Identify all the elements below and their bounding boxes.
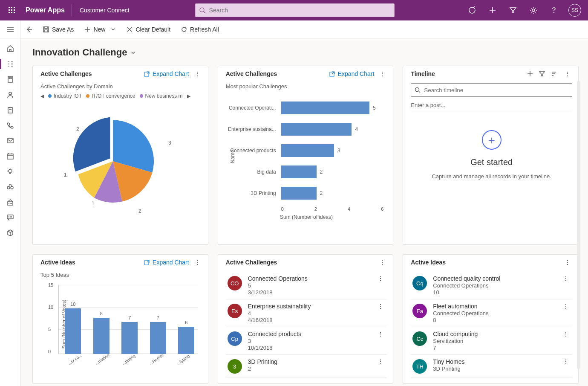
timeline-search-input[interactable]	[421, 87, 568, 93]
add-icon[interactable]	[483, 0, 502, 20]
nav-email[interactable]	[0, 133, 20, 148]
enter-post[interactable]: Enter a post...	[411, 102, 572, 112]
list-item[interactable]: CqConnected quality controlConnected Ope…	[411, 272, 572, 299]
nav-binoculars[interactable]	[0, 179, 20, 194]
svg-rect-41	[7, 139, 13, 143]
refresh-all-button[interactable]: Refresh All	[176, 20, 224, 38]
list-item[interactable]: CpConnected products310/1/2018⋮	[226, 327, 387, 355]
svg-point-16	[532, 9, 535, 12]
more-icon[interactable]: ⋮	[561, 331, 571, 337]
more-icon[interactable]: ⋮	[193, 70, 202, 77]
help-icon[interactable]	[545, 0, 563, 20]
nav-package[interactable]	[0, 225, 20, 241]
more-icon[interactable]: ⋮	[376, 275, 385, 282]
nav-idea[interactable]	[0, 164, 20, 179]
sort-icon[interactable]	[551, 71, 557, 77]
filter-icon[interactable]	[539, 71, 545, 77]
clear-default-label: Clear Default	[135, 26, 170, 33]
list-item[interactable]: 33D Printing2⋮	[226, 355, 387, 377]
svg-rect-39	[8, 107, 12, 113]
card-title: Active Challenges	[226, 70, 326, 77]
back-button[interactable]	[20, 20, 37, 38]
new-label: New	[93, 26, 105, 33]
svg-rect-7	[11, 12, 12, 13]
timeline-search[interactable]	[411, 83, 572, 97]
gear-icon[interactable]	[524, 0, 543, 20]
more-icon[interactable]: ⋮	[376, 303, 385, 310]
new-button[interactable]: New	[79, 20, 121, 38]
more-icon[interactable]: ⋮	[563, 259, 572, 266]
expand-chart-link[interactable]: Expand Chart	[329, 70, 375, 77]
breadcrumb[interactable]: Customer Connect	[74, 7, 135, 14]
save-as-label: Save As	[52, 26, 74, 33]
refresh-all-label: Refresh All	[190, 26, 219, 33]
search-input[interactable]	[206, 7, 391, 14]
list-item[interactable]: FaFleet automationConnected Operations8⋮	[411, 299, 572, 327]
list-item[interactable]: EsEnterprise sustainability44/16/2018⋮	[226, 299, 387, 327]
svg-rect-2	[14, 7, 15, 8]
nav-phone[interactable]	[0, 118, 20, 133]
more-icon[interactable]: ⋮	[561, 275, 571, 282]
search-box[interactable]	[195, 3, 395, 17]
more-icon[interactable]: ⋮	[378, 70, 387, 77]
chevron-down-icon	[110, 26, 116, 32]
nav-home[interactable]	[0, 41, 20, 56]
svg-rect-36	[9, 78, 10, 78]
card-title: Active Ideas	[40, 259, 141, 266]
divider	[72, 4, 72, 16]
svg-point-11	[469, 7, 475, 13]
clear-default-button[interactable]: Clear Default	[121, 20, 176, 38]
list-item[interactable]: CcCloud computingServitization7⋮	[411, 327, 572, 355]
more-icon[interactable]: ⋮	[193, 259, 202, 266]
legend-prev[interactable]: ◀	[40, 93, 44, 99]
svg-point-52	[11, 186, 13, 189]
save-as-button[interactable]: Save As	[37, 20, 79, 38]
legend-label: IT/OT convergence	[92, 93, 135, 99]
more-icon[interactable]: ⋮	[561, 303, 571, 310]
nav-accounts[interactable]	[0, 72, 20, 87]
list-item[interactable]: COConnected Operations53/12/2018⋮	[226, 272, 387, 299]
search-icon	[199, 7, 206, 14]
hamburger-button[interactable]	[0, 20, 20, 38]
nav-contacts[interactable]	[0, 87, 20, 102]
svg-rect-3	[9, 9, 10, 11]
nav-building[interactable]	[0, 194, 20, 210]
more-icon[interactable]: ⋮	[563, 70, 572, 77]
x-axis-label: Sum (Number of ideas)	[226, 214, 387, 220]
y-axis-label: Name	[230, 150, 236, 163]
vbar-chart: Sum (Number of Votes) 15 10 5 0 108776 .…	[40, 282, 202, 367]
legend-next[interactable]: ▶	[187, 93, 190, 99]
svg-point-46	[9, 169, 12, 173]
nav-feedback[interactable]	[0, 210, 20, 225]
pie-chart: 3 2 1 1 2	[40, 102, 202, 212]
more-icon[interactable]: ⋮	[376, 331, 385, 337]
filter-icon[interactable]	[504, 0, 522, 20]
nav-activities[interactable]	[0, 102, 20, 118]
nav-calendar[interactable]	[0, 148, 20, 164]
plus-circle-icon[interactable]: ＋	[482, 130, 502, 150]
user-avatar[interactable]: SS	[568, 4, 581, 17]
more-icon[interactable]: ⋮	[378, 259, 387, 266]
svg-rect-35	[8, 76, 12, 82]
legend-label: Industry IOT	[54, 93, 82, 99]
app-launcher[interactable]	[3, 0, 20, 20]
expand-chart-link[interactable]: Expand Chart	[144, 70, 189, 77]
list-item[interactable]: THTiny Homes3D Printing⋮	[411, 355, 572, 377]
add-icon[interactable]	[527, 71, 533, 77]
svg-rect-37	[11, 78, 12, 78]
svg-rect-8	[14, 12, 15, 13]
nav-dashboard[interactable]	[0, 56, 20, 72]
card-title: Active Ideas	[411, 259, 482, 266]
svg-rect-0	[9, 7, 10, 8]
more-icon[interactable]: ⋮	[376, 358, 385, 365]
target-icon[interactable]	[463, 0, 481, 20]
svg-point-51	[7, 186, 10, 189]
svg-rect-6	[9, 12, 10, 13]
svg-line-12	[473, 6, 475, 8]
card-title: Active Challenges	[226, 259, 297, 266]
svg-point-58	[9, 217, 9, 217]
chevron-down-icon[interactable]	[130, 50, 136, 55]
more-icon[interactable]: ⋮	[561, 358, 571, 365]
svg-point-38	[9, 92, 12, 95]
expand-chart-link[interactable]: Expand Chart	[144, 259, 189, 266]
